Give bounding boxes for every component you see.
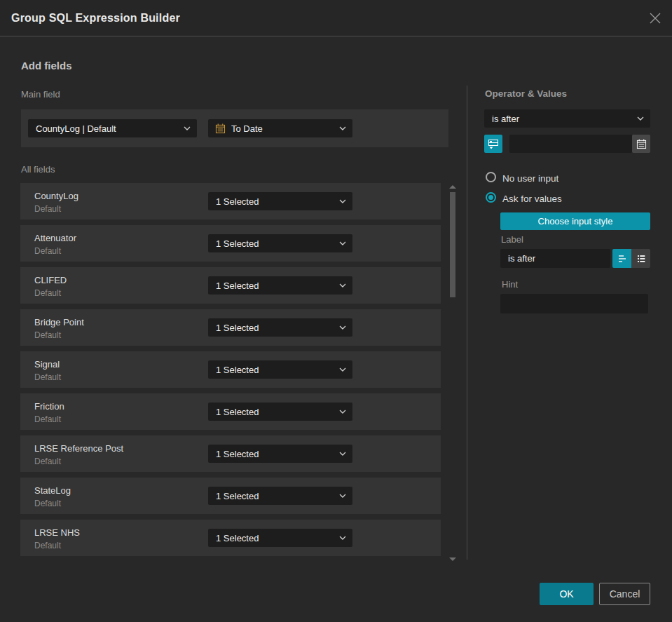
field-name: Bridge Point [34,317,84,327]
chevron-down-icon [339,325,346,330]
field-row: Attenuator Default 1 Selected [20,225,441,262]
main-field-dropdown[interactable]: CountyLog | Default [28,119,197,137]
field-row: Friction Default 1 Selected [20,393,441,430]
field-row: CLIFED Default 1 Selected [20,267,441,304]
field-type: Default [34,204,61,214]
hint-caption: Hint [502,279,518,290]
textbox-style-button[interactable] [612,249,631,268]
date-picker-button[interactable] [632,135,650,153]
field-row: LRSE NHS Default 1 Selected [20,520,441,556]
field-name: Signal [34,359,60,370]
ask-for-values-label: Ask for values [502,194,562,204]
field-selection-dropdown[interactable]: 1 Selected [208,360,352,379]
field-type: Default [34,372,61,382]
field-selection-value: 1 Selected [208,365,339,375]
scrollbar-thumb[interactable] [450,192,455,297]
chevron-down-icon [339,410,346,414]
field-selection-dropdown[interactable]: 1 Selected [208,192,352,210]
list-icon [636,253,647,264]
unique-values-icon [487,137,500,150]
vertical-divider [467,86,467,560]
field-selection-value: 1 Selected [208,407,339,417]
field-selection-value: 1 Selected [208,238,339,249]
field-type: Default [34,288,61,298]
chevron-down-icon [339,126,346,130]
cancel-button[interactable]: Cancel [599,583,650,605]
operator-dropdown-value: is after [484,114,637,124]
label-caption: Label [501,234,523,245]
all-fields-label: All fields [21,164,55,175]
field-selection-value: 1 Selected [208,280,339,291]
no-user-input-label: No user input [502,173,558,184]
label-input[interactable] [500,249,610,268]
field-selection-dropdown[interactable]: 1 Selected [208,445,352,463]
chevron-down-icon [637,116,644,121]
field-row: LRSE Reference Post Default 1 Selected [20,435,441,472]
field-selection-value: 1 Selected [208,449,339,459]
field-type: Default [34,499,61,508]
field-selection-dropdown[interactable]: 1 Selected [208,529,352,547]
field-name: CountyLog [34,191,78,201]
chevron-down-icon [339,452,346,456]
hint-input[interactable] [500,294,648,313]
field-row: Signal Default 1 Selected [20,351,441,388]
field-type: Default [34,330,61,340]
scrollbar-up-arrow[interactable] [449,185,456,189]
field-selection-dropdown[interactable]: 1 Selected [208,487,352,505]
field-name: Friction [34,401,64,412]
list-style-button[interactable] [631,249,650,268]
chevron-down-icon [339,536,346,540]
field-type: Default [34,414,61,424]
titlebar: Group SQL Expression Builder [0,0,672,36]
choose-input-style-button[interactable]: Choose input style [500,212,650,230]
main-field-dropdown-value: CountyLog | Default [28,123,184,134]
ask-for-values-radio[interactable] [486,192,496,203]
dialog-title: Group SQL Expression Builder [11,0,180,36]
group-sql-expression-builder-dialog: Group SQL Expression Builder Add fields … [0,0,672,622]
field-name: LRSE NHS [34,527,80,538]
chevron-down-icon [339,241,346,245]
field-name: LRSE Reference Post [34,443,123,454]
scrollbar-down-arrow[interactable] [449,557,456,561]
field-name: CLIFED [34,275,67,285]
calendar-icon [215,123,226,134]
field-row: Bridge Point Default 1 Selected [20,309,441,346]
main-field-label: Main field [21,89,60,100]
chevron-down-icon [339,283,346,288]
field-selection-dropdown[interactable]: 1 Selected [208,403,352,421]
field-selection-value: 1 Selected [208,323,339,333]
operator-values-heading: Operator & Values [485,88,567,99]
value-input[interactable] [509,135,632,153]
operator-dropdown[interactable]: is after [484,109,650,128]
field-type: Default [34,457,61,466]
no-user-input-radio[interactable] [486,172,496,182]
field-type: Default [34,541,61,550]
date-mode-dropdown[interactable]: To Date [208,119,352,137]
chevron-down-icon [184,126,191,130]
field-row: CountyLog Default 1 Selected [20,183,441,219]
field-selection-dropdown[interactable]: 1 Selected [208,234,352,252]
field-selection-dropdown[interactable]: 1 Selected [208,276,352,295]
field-selection-value: 1 Selected [208,196,339,207]
calendar-icon [636,139,647,149]
chevron-down-icon [339,199,346,203]
field-name: StateLog [34,485,71,496]
chevron-down-icon [339,367,346,372]
main-field-box: CountyLog | Default To Date [21,109,448,147]
field-selection-dropdown[interactable]: 1 Selected [208,318,352,337]
close-icon[interactable] [649,12,661,25]
ok-button[interactable]: OK [540,583,594,605]
textbox-icon [617,253,628,264]
date-mode-dropdown-value: To Date [226,123,339,134]
field-selection-value: 1 Selected [208,491,339,501]
field-selection-value: 1 Selected [208,533,339,543]
field-row: StateLog Default 1 Selected [20,478,441,514]
field-name: Attenuator [34,233,76,243]
add-fields-heading: Add fields [21,60,72,72]
chevron-down-icon [339,494,346,498]
field-type: Default [34,246,61,256]
unique-values-icon-button[interactable] [484,135,502,153]
